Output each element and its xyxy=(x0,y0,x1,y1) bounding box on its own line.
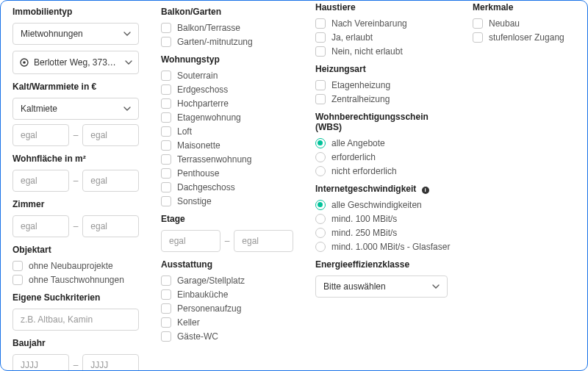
radio-internet-0[interactable]: alle Geschwindigkeiten xyxy=(315,200,451,210)
checkbox-label: Keller xyxy=(177,317,200,328)
label-eigene-suchkrit: Eigene Suchkriterien xyxy=(12,292,139,303)
checkbox-wohnungstyp-3[interactable]: Etagenwohnung xyxy=(161,112,293,123)
radio-label: alle Geschwindigkeiten xyxy=(331,200,422,210)
input-etage-to[interactable]: egal xyxy=(234,230,293,252)
checkbox-merkmale-0[interactable]: Neubau xyxy=(473,18,576,29)
checkbox-haustiere-2[interactable]: Nein, nicht erlaubt xyxy=(315,46,451,57)
checkbox-objektart-1[interactable]: ohne Tauschwohnungen xyxy=(12,275,139,285)
label-balkon: Balkon/Garten xyxy=(161,7,293,17)
input-zimmer-from[interactable]: egal xyxy=(12,215,69,237)
info-icon[interactable]: i xyxy=(422,187,429,194)
checkbox-merkmale-1[interactable]: stufenloser Zugang xyxy=(473,32,576,43)
checkbox-label: Loft xyxy=(177,126,192,137)
radio-label: alle Angebote xyxy=(331,138,385,148)
checkbox-balkon-0[interactable]: Balkon/Terrasse xyxy=(161,23,293,33)
checkbox-icon xyxy=(161,98,171,109)
input-zimmer-to[interactable]: egal xyxy=(82,215,139,237)
checkbox-heizungsart-0[interactable]: Etagenheizung xyxy=(315,80,451,90)
checkbox-label: Neubau xyxy=(489,18,520,29)
chevron-down-icon xyxy=(123,32,131,36)
radio-wbs-1[interactable]: erforderlich xyxy=(315,152,451,162)
filter-column-2: Balkon/Garten Balkon/TerrasseGarten/-mit… xyxy=(161,7,293,361)
checkbox-label: ohne Tauschwohnungen xyxy=(29,275,124,285)
radio-internet-3[interactable]: mind. 1.000 MBit/s - Glasfaser xyxy=(315,242,451,252)
radio-internet-2[interactable]: mind. 250 MBit/s xyxy=(315,228,451,238)
checkbox-ausstattung-2[interactable]: Personenaufzug xyxy=(161,303,293,314)
checkbox-icon xyxy=(161,182,171,192)
checkbox-ausstattung-0[interactable]: Garage/Stellplatz xyxy=(161,275,293,286)
checkbox-wohnungstyp-4[interactable]: Loft xyxy=(161,126,293,137)
radio-wbs-2[interactable]: nicht erforderlich xyxy=(315,166,451,176)
label-immobilientyp: Immobilientyp xyxy=(12,7,139,17)
checkbox-label: Zentralheizung xyxy=(331,94,390,104)
radio-icon xyxy=(315,228,326,238)
checkbox-icon xyxy=(315,18,326,29)
checkbox-ausstattung-3[interactable]: Keller xyxy=(161,317,293,328)
checkbox-icon xyxy=(161,317,171,328)
checkbox-wohnungstyp-5[interactable]: Maisonette xyxy=(161,140,293,151)
checkbox-label: Garage/Stellplatz xyxy=(177,275,245,286)
checkbox-label: Nach Vereinbarung xyxy=(331,18,407,29)
label-wohnungstyp: Wohnungstyp xyxy=(161,54,293,65)
checkbox-wohnungstyp-8[interactable]: Dachgeschoss xyxy=(161,182,293,192)
radio-label: erforderlich xyxy=(331,152,376,162)
checkbox-label: Personenaufzug xyxy=(177,303,241,314)
select-immobilientyp[interactable]: Mietwohnungen xyxy=(12,23,139,45)
checkbox-label: Souterrain xyxy=(177,71,218,81)
chevron-down-icon xyxy=(432,284,440,289)
checkbox-label: Dachgeschoss xyxy=(177,182,235,192)
select-energie[interactable]: Bitte auswählen xyxy=(315,275,448,298)
label-heizungsart: Heizungsart xyxy=(315,64,451,74)
checkbox-wohnungstyp-2[interactable]: Hochparterre xyxy=(161,98,293,109)
input-miete-to[interactable]: egal xyxy=(82,124,139,146)
input-wohnflaeche-to[interactable]: egal xyxy=(82,170,139,192)
checkbox-wohnungstyp-7[interactable]: Penthouse xyxy=(161,168,293,179)
checkbox-icon xyxy=(161,331,171,342)
checkbox-label: Einbauküche xyxy=(177,289,228,300)
checkbox-icon xyxy=(161,23,171,33)
input-baujahr-from[interactable]: JJJJ xyxy=(12,354,69,371)
checkbox-objektart-0[interactable]: ohne Neubauprojekte xyxy=(12,261,139,271)
label-internet: Internetgeschwindigkeit i xyxy=(315,184,451,194)
checkbox-icon xyxy=(161,84,171,95)
checkbox-label: Terrassenwohnung xyxy=(177,154,251,165)
checkbox-icon xyxy=(161,37,171,47)
input-wohnflaeche-from[interactable]: egal xyxy=(12,170,69,192)
checkbox-label: Gäste-WC xyxy=(177,331,218,342)
label-etage: Etage xyxy=(161,214,293,224)
select-location[interactable]: Berlotter Weg, 37308 Heilbad H... xyxy=(12,51,139,74)
checkbox-wohnungstyp-1[interactable]: Erdgeschoss xyxy=(161,84,293,95)
checkbox-icon xyxy=(315,46,326,57)
input-baujahr-to[interactable]: JJJJ xyxy=(82,354,139,371)
checkbox-ausstattung-4[interactable]: Gäste-WC xyxy=(161,331,293,342)
checkbox-icon xyxy=(161,126,171,137)
radio-icon xyxy=(315,242,326,252)
input-etage-from[interactable]: egal xyxy=(161,230,220,252)
checkbox-label: Hochparterre xyxy=(177,98,229,109)
input-miete-from[interactable]: egal xyxy=(12,124,69,146)
checkbox-icon xyxy=(315,80,326,90)
label-wohnflaeche: Wohnfläche in m² xyxy=(12,154,139,164)
radio-icon xyxy=(315,152,326,162)
select-miete-type[interactable]: Kaltmiete xyxy=(12,98,139,120)
checkbox-ausstattung-1[interactable]: Einbauküche xyxy=(161,289,293,300)
radio-icon xyxy=(315,214,326,224)
radio-wbs-0[interactable]: alle Angebote xyxy=(315,138,451,148)
checkbox-haustiere-0[interactable]: Nach Vereinbarung xyxy=(315,18,451,29)
checkbox-wohnungstyp-6[interactable]: Terrassenwohnung xyxy=(161,154,293,165)
chevron-down-icon xyxy=(123,107,131,111)
label-haustiere: Haustiere xyxy=(315,2,451,12)
checkbox-icon xyxy=(161,168,171,179)
checkbox-label: Maisonette xyxy=(177,140,220,151)
input-eigene-suchkrit[interactable]: z.B. Altbau, Kamin xyxy=(12,309,139,331)
filter-column-1: Immobilientyp Mietwohnungen Berlotter We… xyxy=(12,7,139,361)
checkbox-haustiere-1[interactable]: Ja, erlaubt xyxy=(315,32,451,43)
checkbox-icon xyxy=(473,18,483,29)
checkbox-wohnungstyp-0[interactable]: Souterrain xyxy=(161,71,293,81)
radio-icon xyxy=(315,166,326,176)
radio-internet-1[interactable]: mind. 100 MBit/s xyxy=(315,214,451,224)
checkbox-heizungsart-1[interactable]: Zentralheizung xyxy=(315,94,451,104)
checkbox-balkon-1[interactable]: Garten/-mitnutzung xyxy=(161,37,293,47)
range-dash: – xyxy=(225,236,230,246)
checkbox-wohnungstyp-9[interactable]: Sonstige xyxy=(161,196,293,206)
